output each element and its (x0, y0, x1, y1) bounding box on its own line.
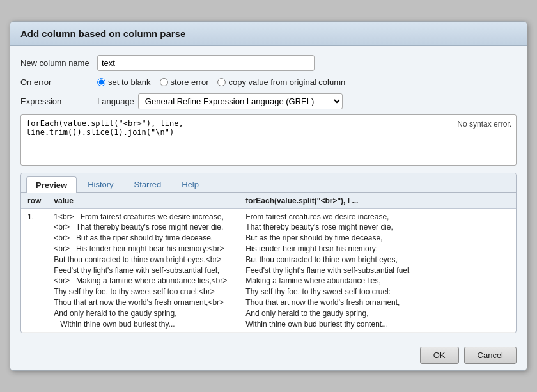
tab-starred[interactable]: Starred (125, 176, 171, 192)
column-name-row: New column name (20, 55, 517, 71)
table-row: 1. 1<br> From fairest creatures we desir… (21, 208, 516, 333)
radio-set-blank-input[interactable] (97, 78, 105, 86)
table-header-row: row value forEach(value.split("<br>"), l… (21, 193, 516, 209)
radio-set-blank-label: set to blank (108, 77, 151, 87)
col-header-expr: forEach(value.split("<br>"), l ... (239, 193, 516, 209)
expression-textarea[interactable]: forEach(value.split("<br>"), line, line.… (20, 114, 517, 166)
radio-store-error[interactable]: store error (160, 77, 209, 87)
expression-area-wrapper: forEach(value.split("<br>"), line, line.… (20, 114, 517, 168)
expression-label: Expression (20, 97, 97, 106)
dialog-footer: OK Cancel (10, 340, 527, 370)
radio-copy-value[interactable]: copy value from original column (217, 77, 345, 87)
cell-result: From fairest creatures we desire increas… (239, 208, 516, 333)
radio-copy-value-label: copy value from original column (228, 77, 345, 87)
ok-button[interactable]: OK (420, 347, 459, 364)
radio-copy-value-input[interactable] (217, 78, 226, 86)
syntax-status: No syntax error. (457, 120, 511, 129)
on-error-label: On error (20, 77, 97, 87)
radio-set-blank[interactable]: set to blank (97, 77, 151, 87)
tab-bar: Preview History Starred Help (21, 173, 516, 193)
radio-group: set to blank store error copy value from… (97, 77, 345, 87)
tab-help[interactable]: Help (172, 176, 208, 192)
radio-store-error-label: store error (171, 77, 209, 87)
cell-row-number: 1. (21, 208, 47, 333)
expression-row: Expression Language General Refine Expre… (20, 93, 517, 109)
tab-content-preview: row value forEach(value.split("<br>"), l… (21, 193, 516, 333)
tab-history[interactable]: History (78, 176, 123, 192)
language-select[interactable]: General Refine Expression Language (GREL… (138, 93, 343, 109)
radio-store-error-input[interactable] (160, 78, 168, 86)
cell-value: 1<br> From fairest creatures we desire i… (47, 208, 239, 333)
column-name-input[interactable] (97, 55, 315, 71)
column-name-label: New column name (20, 58, 97, 68)
col-header-row: row (21, 193, 47, 209)
col-header-value: value (47, 193, 239, 209)
dialog: Add column based on column parse New col… (10, 21, 527, 372)
cancel-button[interactable]: Cancel (464, 347, 517, 364)
language-label: Language (97, 97, 134, 106)
tabs-section: Preview History Starred Help row value f… (20, 173, 517, 334)
preview-table: row value forEach(value.split("<br>"), l… (21, 193, 516, 333)
dialog-title: Add column based on column parse (10, 22, 527, 46)
tab-preview[interactable]: Preview (26, 176, 77, 193)
dialog-body: New column name On error set to blank st… (10, 46, 527, 340)
on-error-row: On error set to blank store error copy v… (20, 77, 517, 87)
